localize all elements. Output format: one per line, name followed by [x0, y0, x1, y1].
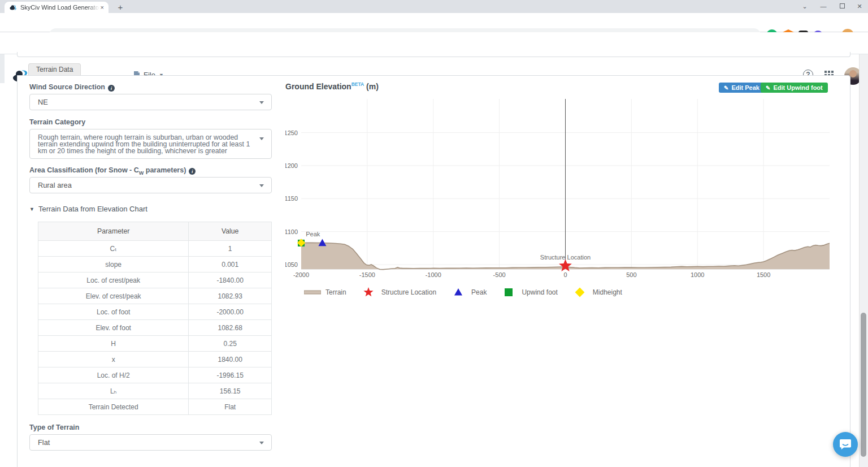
legend-label: Peak: [471, 288, 487, 296]
browser-tab-strip: SkyCiv Wind Load Generator × + ⌄ — ✕: [0, 0, 868, 13]
value-cell: 156.15: [189, 383, 272, 399]
param-cell: Loc. of crest/peak: [38, 273, 189, 288]
terrain-category-select[interactable]: Rough terrain, where rough terrain is su…: [29, 129, 272, 159]
new-tab-button[interactable]: +: [115, 2, 126, 13]
type-of-terrain-value: Flat: [38, 438, 50, 447]
legend-item-structure-location[interactable]: Structure Location: [360, 287, 436, 297]
legend-label: Midheight: [593, 288, 622, 296]
tab-title: SkyCiv Wind Load Generator: [20, 4, 99, 11]
type-of-terrain-label: Type of Terrain: [29, 423, 79, 431]
table-row: Lₕ156.15: [38, 383, 272, 399]
y-tick-label: 1200: [285, 162, 298, 169]
area-classification-suffix: parameters): [144, 166, 186, 174]
collapse-triangle-icon: ▼: [29, 206, 34, 212]
terrain-parameters-table: Parameter Value Cₜ1slope0.001Loc. of cre…: [38, 222, 272, 415]
chevron-down-icon: [259, 442, 264, 444]
legend-swatch: [571, 287, 588, 297]
page-left-gutter: [0, 54, 5, 83]
table-row: Elev. of crest/peak1082.93: [38, 288, 272, 304]
param-cell: Elev. of foot: [38, 320, 189, 336]
y-tick-label: 1050: [285, 261, 298, 268]
param-cell: Loc. of H/2: [38, 367, 189, 383]
terrain-category-value: Rough terrain, where rough terrain is su…: [38, 134, 257, 154]
value-cell: Flat: [189, 399, 272, 415]
area-classification-sub: W: [139, 170, 144, 176]
x-tick-label: 1000: [691, 271, 704, 278]
window-close-icon[interactable]: ✕: [852, 0, 867, 13]
window-restore-icon[interactable]: [835, 0, 849, 13]
x-tick-label: -1000: [426, 271, 441, 278]
table-row: Loc. of crest/peak-1840.00: [38, 273, 272, 288]
wind-source-direction-value: NE: [38, 98, 48, 106]
window-minimize-icon[interactable]: —: [816, 0, 831, 13]
tab-close-icon[interactable]: ×: [99, 4, 105, 11]
elevation-data-section-toggle[interactable]: ▼Terrain Data from Elevation Chart: [29, 205, 147, 213]
chat-launcher-button[interactable]: [833, 432, 858, 457]
table-row: Loc. of foot-2000.00: [38, 304, 272, 320]
legend-swatch: [304, 287, 321, 297]
x-tick-label: -1500: [359, 271, 375, 278]
type-of-terrain-select[interactable]: Flat: [29, 434, 272, 451]
value-header: Value: [189, 222, 272, 241]
area-classification-value: Rural area: [38, 181, 72, 189]
window-chevron-icon[interactable]: ⌄: [797, 0, 812, 13]
info-icon[interactable]: i: [189, 168, 196, 175]
table-row: H0.25: [38, 336, 272, 352]
browser-tab[interactable]: SkyCiv Wind Load Generator ×: [5, 2, 108, 13]
tab-terrain-data[interactable]: Terrain Data: [28, 63, 81, 75]
x-tick-label: 500: [626, 271, 636, 278]
param-cell: Lₕ: [38, 383, 189, 399]
y-tick-label: 1250: [285, 129, 298, 136]
table-row: Cₜ1: [38, 241, 272, 257]
x-tick-label: -500: [493, 271, 506, 278]
info-icon[interactable]: i: [108, 85, 115, 92]
value-cell: 1: [189, 241, 272, 257]
browser-toolbar: ← → ⟳ platform.skyciv.com/design/wind ➤ …: [0, 13, 868, 32]
value-cell: -2000.00: [189, 304, 272, 320]
x-tick-label: 0: [563, 271, 567, 278]
area-classification-label: Area Classification (for Snow - CW param…: [29, 166, 196, 176]
y-tick-label: 1150: [285, 195, 298, 202]
param-cell: H: [38, 336, 189, 352]
table-row: Terrain DetectedFlat: [38, 399, 272, 415]
app-header: SkyCiv File ▼ ?: [0, 32, 868, 54]
chart-annotation: Peak: [306, 231, 320, 237]
value-cell: 0.001: [189, 257, 272, 273]
legend-label: Terrain: [326, 288, 346, 296]
x-tick-label: -2000: [293, 271, 309, 278]
value-cell: -1996.15: [189, 367, 272, 383]
area-classification-select[interactable]: Rural area: [29, 177, 272, 193]
table-row: Elev. of foot1082.68: [38, 320, 272, 336]
marker-structure-location[interactable]: [559, 259, 572, 271]
wind-source-direction-select[interactable]: NE: [29, 94, 272, 110]
chevron-down-icon: [259, 101, 264, 104]
y-tick-label: 1100: [285, 228, 298, 235]
previous-card-bottom: [17, 52, 850, 57]
skyciv-favicon: [10, 4, 17, 11]
chevron-down-icon: [259, 137, 264, 140]
chart-legend: TerrainStructure LocationPeakUpwind foot…: [304, 287, 630, 297]
param-cell: Loc. of foot: [38, 304, 189, 320]
area-classification-text: Area Classification (for Snow - C: [29, 166, 139, 174]
param-cell: x: [38, 352, 189, 367]
legend-swatch: [450, 287, 467, 297]
value-cell: 1082.93: [189, 288, 272, 304]
wind-source-direction-label: Wind Source Directioni: [29, 83, 115, 92]
value-cell: -1840.00: [189, 273, 272, 288]
wind-source-direction-text: Wind Source Direction: [29, 83, 105, 91]
chart-annotation: Structure Location: [540, 254, 591, 261]
legend-swatch: [360, 287, 377, 297]
screen: SkyCiv Wind Load Generator × + ⌄ — ✕ ← →…: [0, 0, 868, 467]
value-cell: 1082.68: [189, 320, 272, 336]
legend-item-terrain[interactable]: Terrain: [304, 287, 346, 297]
table-header-row: Parameter Value: [38, 222, 272, 241]
legend-swatch: [500, 287, 517, 297]
ground-elevation-chart[interactable]: 10501100115012001250-2000-1500-1000-5000…: [285, 79, 848, 283]
legend-item-upwind-foot[interactable]: Upwind foot: [500, 287, 557, 297]
page-scrollbar-thumb[interactable]: [861, 313, 866, 457]
chevron-down-icon: [259, 184, 264, 187]
legend-item-peak[interactable]: Peak: [450, 287, 487, 297]
legend-item-midheight[interactable]: Midheight: [571, 287, 622, 297]
table-row: Loc. of H/2-1996.15: [38, 367, 272, 383]
param-cell: Elev. of crest/peak: [38, 288, 189, 304]
